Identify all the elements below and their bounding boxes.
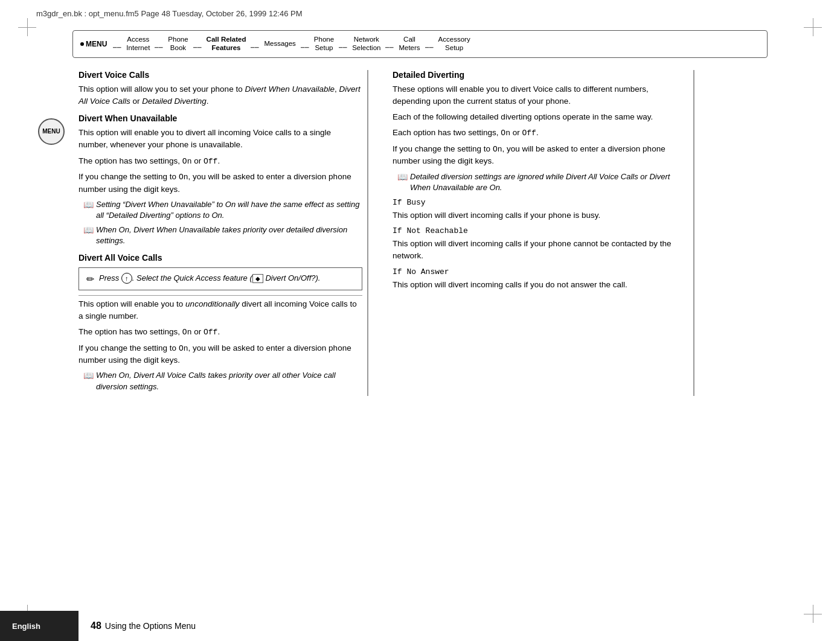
corner-mark-tr: [804, 18, 822, 36]
corner-mark-tl: [18, 18, 36, 36]
nav-item-phone-book[interactable]: Phone Book: [165, 36, 190, 53]
nav-menu-label: MENU: [80, 40, 107, 48]
quick-access-divider: [79, 295, 362, 296]
nav-item-call-meters[interactable]: Call Meters: [396, 36, 422, 53]
nav-arrow-2: ⎯⎯: [193, 40, 202, 48]
note-divert-unavailable-1: 📖 Setting “Divert When Unavailable” to O…: [79, 199, 362, 221]
detailed-diverting-heading: Detailed Diverting: [393, 70, 688, 80]
nav-arrow-3: ⎯⎯: [251, 40, 259, 48]
nav-arrow-4: ⎯⎯: [301, 40, 309, 48]
detailed-diverting-p4: If you change the setting to On, you wil…: [393, 143, 688, 168]
note-icon-4: 📖: [397, 171, 408, 183]
page-header: m3gdr_en.bk : opt_menu.fm5 Page 48 Tuesd…: [0, 0, 840, 24]
nav-arrow-0: ⎯⎯: [113, 40, 121, 48]
nav-bar: MENU ⎯⎯ Access Internet ⎯⎯ Phone Book ⎯⎯…: [72, 30, 768, 58]
nav-item-messages[interactable]: Messages: [261, 40, 298, 48]
if-not-reachable-p: This option will divert incoming calls i…: [393, 238, 688, 263]
divert-voice-calls-heading: Divert Voice Calls: [79, 70, 362, 80]
nav-item-accessory-setup[interactable]: Accessory Setup: [436, 36, 473, 53]
note-divert-all: 📖 When On, Divert All Voice Calls takes …: [79, 370, 362, 392]
divert-voice-calls-p1: This option will allow you to set your p…: [79, 83, 362, 108]
footer-language: English: [0, 611, 79, 641]
if-busy-heading: If Busy: [393, 198, 688, 207]
divert-all-p3: If you change the setting to On, you wil…: [79, 342, 362, 367]
quick-access-box: ✏ Press ↑. Select the Quick Access featu…: [79, 267, 362, 290]
nav-item-phone-setup[interactable]: Phone Setup: [312, 36, 336, 53]
if-not-reachable-heading: If Not Reachable: [393, 226, 688, 235]
nav-arrow-7: ⎯⎯: [425, 40, 434, 48]
divert-icon: ◆: [252, 274, 263, 283]
footer-page-number: 48: [91, 620, 101, 631]
divert-when-unavailable-p1: This option will enable you to divert al…: [79, 127, 362, 151]
note-detailed-diverting: 📖 Detailed diversion settings are ignore…: [393, 171, 688, 193]
note-icon-1: 📖: [83, 199, 94, 211]
if-no-answer-heading: If No Answer: [393, 267, 688, 276]
detailed-diverting-p3: Each option has two settings, On or Off.: [393, 127, 688, 139]
left-column: Divert Voice Calls This option will allo…: [79, 70, 368, 396]
note-divert-unavailable-2: 📖 When On, Divert When Unavailable takes…: [79, 225, 362, 246]
divert-all-p2: The option has two settings, On or Off.: [79, 326, 362, 339]
pencil-icon: ✏: [86, 273, 94, 285]
nav-arrow-5: ⎯⎯: [339, 40, 347, 48]
circle-up-icon: ↑: [121, 273, 132, 284]
detailed-diverting-p2: Each of the following detailed diverting…: [393, 111, 688, 123]
if-busy-p: This option will divert incoming calls i…: [393, 209, 688, 222]
footer-page-text: Using the Options Menu: [105, 621, 196, 631]
divert-all-voice-calls-heading: Divert All Voice Calls: [79, 253, 362, 263]
nav-item-access-internet[interactable]: Access Internet: [124, 36, 152, 53]
detailed-diverting-p1: These options will enable you to divert …: [393, 83, 688, 108]
footer: English 48 Using the Options Menu: [0, 611, 840, 641]
divert-when-unavailable-p2: The option has two settings, On or Off.: [79, 155, 362, 168]
divert-when-unavailable-heading: Divert When Unavailable: [79, 113, 362, 123]
right-column: Detailed Diverting These options will en…: [380, 70, 694, 396]
page-title: m3gdr_en.bk : opt_menu.fm5 Page 48 Tuesd…: [36, 9, 303, 18]
nav-item-call-related[interactable]: Call Related Features: [204, 36, 249, 53]
nav-item-network-selection[interactable]: Network Selection: [350, 36, 383, 53]
note-icon-2: 📖: [83, 225, 94, 237]
nav-arrow-1: ⎯⎯: [155, 40, 163, 48]
divert-when-unavailable-p3: If you change the setting to On, you wil…: [79, 171, 362, 196]
divert-all-p1: This option will enable you to unconditi…: [79, 298, 362, 323]
menu-button-container: MENU: [36, 70, 66, 396]
if-no-answer-p: This option will divert incoming calls i…: [393, 279, 688, 291]
menu-dot: [80, 42, 84, 46]
menu-button[interactable]: MENU: [38, 118, 65, 145]
footer-page-info: 48 Using the Options Menu: [79, 614, 208, 637]
note-icon-3: 📖: [83, 370, 94, 382]
quick-access-text: Press ↑. Select the Quick Access feature…: [99, 273, 320, 284]
nav-arrow-6: ⎯⎯: [385, 40, 394, 48]
